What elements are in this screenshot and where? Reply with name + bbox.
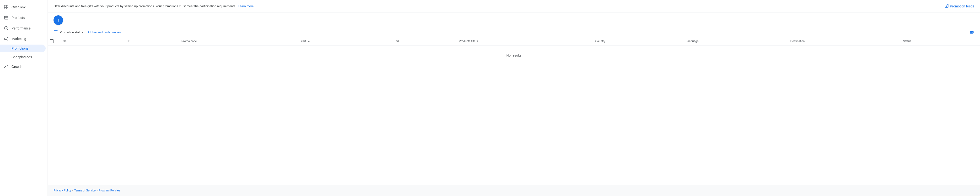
col-id[interactable]: ID [124,37,178,46]
top-bar: Offer discounts and free gifts with your… [48,0,980,13]
description-main: Offer discounts and free gifts with your… [54,4,236,8]
program-policies-link[interactable]: Program Policies [99,189,120,192]
promotion-feeds-icon [945,4,948,8]
sidebar-item-performance-label: Performance [11,26,30,30]
table-header-row: Title ID Promo code Start [48,37,980,46]
column-filter-button[interactable] [969,30,974,35]
promotions-table: Title ID Promo code Start [48,37,980,65]
promotions-table-container: Title ID Promo code Start [48,37,980,185]
privacy-policy-link[interactable]: Privacy Policy [54,189,72,192]
footer: Privacy Policy • Terms of Service • Prog… [48,185,980,196]
learn-more-link[interactable]: Learn more [238,4,254,8]
sidebar-sub-item-shopping-ads-label: Shopping ads [11,55,32,59]
sidebar-item-marketing-label: Marketing [11,37,26,41]
col-status[interactable]: Status [899,37,980,46]
growth-icon [4,64,9,69]
filter-bar: Promotion status: All live and under rev… [48,28,980,37]
sidebar-sub-item-promotions[interactable]: Promotions [0,45,46,52]
dot-separator-1: • [72,189,73,192]
col-promo-code[interactable]: Promo code [178,37,296,46]
overview-icon [4,5,9,10]
products-icon [4,15,9,20]
svg-rect-1 [6,5,8,7]
sidebar-item-performance[interactable]: Performance [0,24,46,33]
sidebar-sub-item-shopping-ads[interactable]: Shopping ads [0,53,46,61]
sidebar-item-growth-label: Growth [11,65,22,69]
svg-rect-9 [970,32,973,32]
sidebar: Overview Products Performance [0,0,48,196]
svg-rect-3 [6,7,8,9]
svg-point-6 [6,28,7,29]
svg-line-12 [974,34,974,34]
filter-chip[interactable]: Promotion status: All live and under rev… [60,31,121,34]
svg-rect-2 [4,7,6,9]
col-country[interactable]: Country [591,37,682,46]
col-language[interactable]: Language [682,37,786,46]
svg-rect-10 [970,33,972,34]
footer-links: Privacy Policy • Terms of Service • Prog… [54,189,974,192]
filter-value: All live and under review [88,31,121,34]
no-results-text: No results [506,53,521,57]
svg-rect-0 [4,5,6,7]
sort-icon-start [307,40,310,43]
filter-icon[interactable] [54,30,58,35]
promotion-feeds-link[interactable]: Promotion feeds [945,4,974,8]
sidebar-item-products-label: Products [11,16,25,20]
add-promotion-button[interactable]: + [54,15,63,25]
performance-icon [4,26,9,31]
select-all-checkbox-header[interactable] [48,37,57,46]
main-content: Offer discounts and free gifts with your… [48,0,980,196]
sidebar-item-marketing[interactable]: Marketing [0,34,46,43]
select-all-checkbox[interactable] [50,39,54,43]
add-icon: + [57,17,60,24]
sidebar-item-overview[interactable]: Overview [0,2,46,12]
promotion-feeds-label: Promotion feeds [950,4,974,8]
no-results-cell: No results [48,46,980,65]
sidebar-item-overview-label: Overview [11,5,25,9]
col-title[interactable]: Title [57,37,124,46]
filter-label: Promotion status: [60,31,84,34]
sidebar-sub-item-promotions-label: Promotions [11,47,29,50]
col-start[interactable]: Start [296,37,390,46]
marketing-icon [4,37,9,41]
col-end[interactable]: End [390,37,455,46]
dot-separator-2: • [97,189,97,192]
no-results-row: No results [48,46,980,65]
top-bar-description: Offer discounts and free gifts with your… [54,4,945,9]
sidebar-item-products[interactable]: Products [0,13,46,22]
action-bar: + [48,13,980,28]
terms-of-service-link[interactable]: Terms of Service [74,189,95,192]
sidebar-item-growth[interactable]: Growth [0,62,46,71]
description-text: Offer discounts and free gifts with your… [54,4,254,9]
col-destination[interactable]: Destination [786,37,899,46]
svg-rect-4 [5,16,8,19]
svg-rect-8 [970,31,974,32]
col-products-filters[interactable]: Products filters [455,37,592,46]
